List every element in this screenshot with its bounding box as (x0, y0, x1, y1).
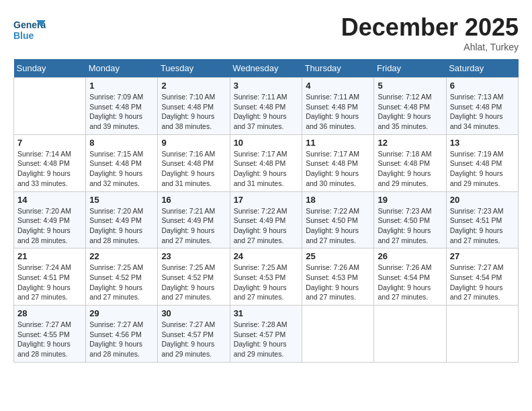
day-info: Sunrise: 7:11 AM Sunset: 4:48 PM Dayligh… (234, 92, 299, 132)
day-info: Sunrise: 7:11 AM Sunset: 4:48 PM Dayligh… (306, 92, 370, 132)
day-info: Sunrise: 7:12 AM Sunset: 4:48 PM Dayligh… (378, 92, 442, 132)
calendar-week-2: 7Sunrise: 7:14 AM Sunset: 4:48 PM Daylig… (14, 134, 519, 191)
day-number: 28 (17, 308, 82, 318)
day-number: 19 (378, 195, 442, 205)
logo: General Blue (13, 13, 43, 40)
calendar-cell: 29Sunrise: 7:27 AM Sunset: 4:56 PM Dayli… (86, 306, 158, 363)
day-info: Sunrise: 7:28 AM Sunset: 4:57 PM Dayligh… (234, 320, 299, 359)
column-header-sunday: Sunday (14, 59, 86, 78)
calendar-cell: 1Sunrise: 7:09 AM Sunset: 4:48 PM Daylig… (86, 78, 158, 135)
calendar-cell (302, 306, 374, 363)
day-info: Sunrise: 7:27 AM Sunset: 4:55 PM Dayligh… (17, 320, 82, 359)
calendar-cell: 6Sunrise: 7:13 AM Sunset: 4:48 PM Daylig… (446, 78, 518, 135)
column-header-monday: Monday (86, 59, 158, 78)
column-header-tuesday: Tuesday (158, 59, 230, 78)
title-area: December 2025 Ahlat, Turkey (341, 13, 519, 52)
day-info: Sunrise: 7:23 AM Sunset: 4:50 PM Dayligh… (378, 206, 442, 246)
location-subtitle: Ahlat, Turkey (341, 42, 519, 52)
day-info: Sunrise: 7:20 AM Sunset: 4:49 PM Dayligh… (17, 206, 82, 246)
column-header-saturday: Saturday (446, 59, 518, 78)
day-number: 3 (234, 81, 299, 91)
day-number: 2 (161, 81, 226, 91)
day-number: 8 (89, 138, 154, 148)
calendar-cell: 31Sunrise: 7:28 AM Sunset: 4:57 PM Dayli… (230, 306, 302, 363)
day-number: 24 (234, 251, 299, 261)
day-number: 16 (161, 195, 226, 205)
day-info: Sunrise: 7:25 AM Sunset: 4:53 PM Dayligh… (234, 263, 299, 302)
calendar-week-3: 14Sunrise: 7:20 AM Sunset: 4:49 PM Dayli… (14, 191, 519, 248)
day-number: 13 (450, 138, 515, 148)
calendar-header-row: SundayMondayTuesdayWednesdayThursdayFrid… (14, 59, 519, 78)
calendar-cell: 28Sunrise: 7:27 AM Sunset: 4:55 PM Dayli… (14, 306, 86, 363)
day-number: 21 (17, 251, 82, 261)
day-number: 7 (17, 138, 82, 148)
day-info: Sunrise: 7:26 AM Sunset: 4:54 PM Dayligh… (378, 263, 442, 302)
day-info: Sunrise: 7:13 AM Sunset: 4:48 PM Dayligh… (450, 92, 515, 132)
day-number: 29 (89, 308, 154, 318)
svg-text:Blue: Blue (13, 30, 34, 41)
calendar-cell: 10Sunrise: 7:17 AM Sunset: 4:48 PM Dayli… (230, 134, 302, 191)
calendar-cell: 25Sunrise: 7:26 AM Sunset: 4:53 PM Dayli… (302, 248, 374, 306)
day-number: 22 (89, 251, 154, 261)
calendar-cell: 9Sunrise: 7:16 AM Sunset: 4:48 PM Daylig… (158, 134, 230, 191)
calendar-cell: 23Sunrise: 7:25 AM Sunset: 4:52 PM Dayli… (158, 248, 230, 306)
day-info: Sunrise: 7:21 AM Sunset: 4:49 PM Dayligh… (161, 206, 226, 246)
calendar-cell: 17Sunrise: 7:22 AM Sunset: 4:49 PM Dayli… (230, 191, 302, 248)
calendar-week-5: 28Sunrise: 7:27 AM Sunset: 4:55 PM Dayli… (14, 306, 519, 363)
day-info: Sunrise: 7:17 AM Sunset: 4:48 PM Dayligh… (306, 149, 370, 189)
calendar-cell: 2Sunrise: 7:10 AM Sunset: 4:48 PM Daylig… (158, 78, 230, 135)
day-info: Sunrise: 7:27 AM Sunset: 4:56 PM Dayligh… (89, 320, 154, 359)
day-info: Sunrise: 7:25 AM Sunset: 4:52 PM Dayligh… (89, 263, 154, 302)
logo-icon: General Blue (13, 13, 40, 40)
day-info: Sunrise: 7:26 AM Sunset: 4:53 PM Dayligh… (306, 263, 370, 302)
day-info: Sunrise: 7:15 AM Sunset: 4:48 PM Dayligh… (89, 149, 154, 189)
calendar-body: 1Sunrise: 7:09 AM Sunset: 4:48 PM Daylig… (14, 78, 519, 363)
page-header: General Blue December 2025 Ahlat, Turkey (13, 13, 519, 52)
day-info: Sunrise: 7:17 AM Sunset: 4:48 PM Dayligh… (234, 149, 299, 189)
calendar-cell: 22Sunrise: 7:25 AM Sunset: 4:52 PM Dayli… (86, 248, 158, 306)
day-number: 23 (161, 251, 226, 261)
day-info: Sunrise: 7:20 AM Sunset: 4:49 PM Dayligh… (89, 206, 154, 246)
calendar-cell: 11Sunrise: 7:17 AM Sunset: 4:48 PM Dayli… (302, 134, 374, 191)
calendar-cell: 26Sunrise: 7:26 AM Sunset: 4:54 PM Dayli… (374, 248, 446, 306)
day-info: Sunrise: 7:25 AM Sunset: 4:52 PM Dayligh… (161, 263, 226, 302)
day-info: Sunrise: 7:16 AM Sunset: 4:48 PM Dayligh… (161, 149, 226, 189)
column-header-friday: Friday (374, 59, 446, 78)
day-number: 12 (378, 138, 442, 148)
day-number: 5 (378, 81, 442, 91)
day-number: 27 (450, 251, 515, 261)
day-number: 4 (306, 81, 370, 91)
day-number: 25 (306, 251, 370, 261)
day-number: 1 (89, 81, 154, 91)
day-number: 20 (450, 195, 515, 205)
day-number: 26 (378, 251, 442, 261)
day-info: Sunrise: 7:27 AM Sunset: 4:57 PM Dayligh… (161, 320, 226, 359)
day-info: Sunrise: 7:09 AM Sunset: 4:48 PM Dayligh… (89, 92, 154, 132)
calendar-cell: 5Sunrise: 7:12 AM Sunset: 4:48 PM Daylig… (374, 78, 446, 135)
calendar-cell: 4Sunrise: 7:11 AM Sunset: 4:48 PM Daylig… (302, 78, 374, 135)
day-number: 6 (450, 81, 515, 91)
day-number: 18 (306, 195, 370, 205)
day-number: 14 (17, 195, 82, 205)
calendar-week-4: 21Sunrise: 7:24 AM Sunset: 4:51 PM Dayli… (14, 248, 519, 306)
day-info: Sunrise: 7:14 AM Sunset: 4:48 PM Dayligh… (17, 149, 82, 189)
day-info: Sunrise: 7:23 AM Sunset: 4:51 PM Dayligh… (450, 206, 515, 246)
calendar-cell: 24Sunrise: 7:25 AM Sunset: 4:53 PM Dayli… (230, 248, 302, 306)
calendar-cell: 3Sunrise: 7:11 AM Sunset: 4:48 PM Daylig… (230, 78, 302, 135)
day-info: Sunrise: 7:24 AM Sunset: 4:51 PM Dayligh… (17, 263, 82, 302)
calendar-cell: 14Sunrise: 7:20 AM Sunset: 4:49 PM Dayli… (14, 191, 86, 248)
day-number: 15 (89, 195, 154, 205)
day-number: 10 (234, 138, 299, 148)
calendar-cell: 18Sunrise: 7:22 AM Sunset: 4:50 PM Dayli… (302, 191, 374, 248)
calendar-cell: 8Sunrise: 7:15 AM Sunset: 4:48 PM Daylig… (86, 134, 158, 191)
day-info: Sunrise: 7:22 AM Sunset: 4:50 PM Dayligh… (306, 206, 370, 246)
calendar-table: SundayMondayTuesdayWednesdayThursdayFrid… (13, 59, 519, 363)
calendar-cell: 21Sunrise: 7:24 AM Sunset: 4:51 PM Dayli… (14, 248, 86, 306)
calendar-cell (374, 306, 446, 363)
day-number: 11 (306, 138, 370, 148)
month-year-title: December 2025 (341, 13, 519, 42)
column-header-wednesday: Wednesday (230, 59, 302, 78)
calendar-cell: 19Sunrise: 7:23 AM Sunset: 4:50 PM Dayli… (374, 191, 446, 248)
day-number: 9 (161, 138, 226, 148)
day-number: 31 (234, 308, 299, 318)
